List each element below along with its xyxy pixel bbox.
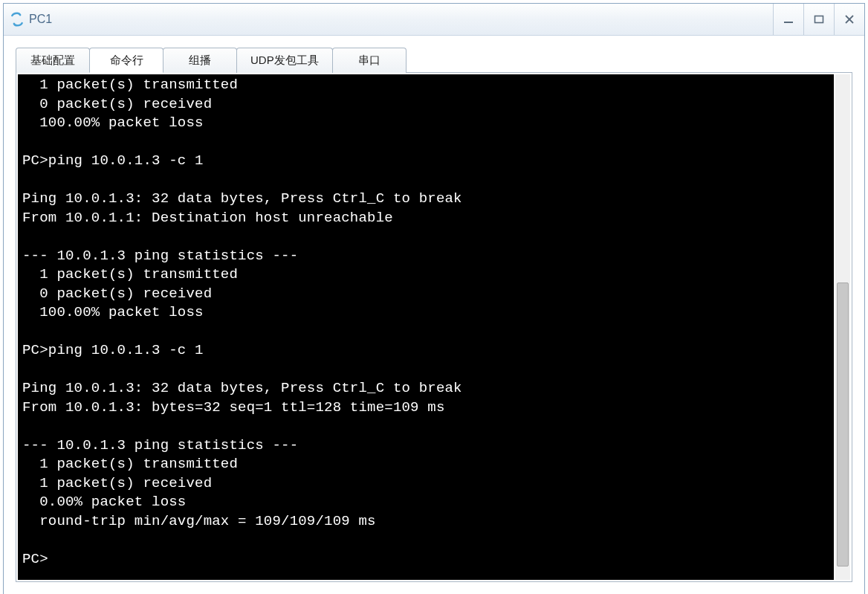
svg-rect-1	[815, 16, 823, 23]
tab-basic-config[interactable]: 基础配置	[16, 48, 90, 73]
terminal-panel: 1 packet(s) transmitted 0 packet(s) rece…	[16, 72, 852, 582]
tab-bar: 基础配置 命令行 组播 UDP发包工具 串口	[16, 48, 852, 73]
titlebar[interactable]: PC1	[4, 4, 864, 36]
app-icon	[10, 12, 25, 27]
tab-multicast[interactable]: 组播	[163, 48, 237, 73]
close-button[interactable]	[834, 4, 864, 35]
scrollbar-thumb[interactable]	[837, 283, 849, 566]
minimize-button[interactable]	[773, 4, 803, 35]
terminal-scrollbar[interactable]	[835, 74, 850, 580]
tab-serial[interactable]: 串口	[332, 48, 407, 73]
window-controls	[773, 4, 864, 35]
window-title: PC1	[29, 13, 864, 26]
app-window: PC1 基础配置 命令行 组播 UDP发包工具 串口	[3, 3, 865, 594]
tab-udp-tool[interactable]: UDP发包工具	[236, 48, 333, 73]
terminal-output[interactable]: 1 packet(s) transmitted 0 packet(s) rece…	[18, 74, 834, 580]
tab-command-line[interactable]: 命令行	[89, 48, 163, 73]
svg-rect-0	[784, 22, 793, 23]
content-area: 基础配置 命令行 组播 UDP发包工具 串口 1 packet(s) trans…	[4, 36, 864, 594]
maximize-button[interactable]	[803, 4, 834, 35]
